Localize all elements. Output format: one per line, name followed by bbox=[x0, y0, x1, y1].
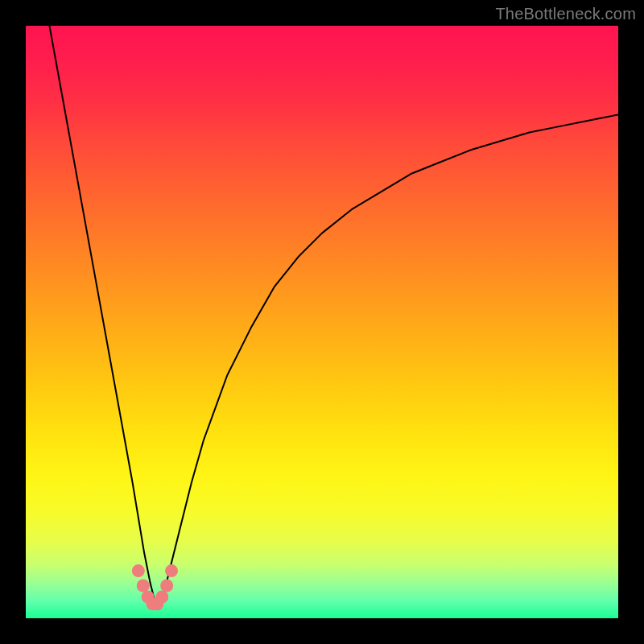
highlight-dot bbox=[160, 580, 173, 592]
watermark-text: TheBottleneck.com bbox=[495, 5, 636, 23]
highlight-dot bbox=[137, 580, 150, 592]
plot-area bbox=[26, 26, 618, 618]
highlight-dot bbox=[132, 564, 145, 577]
highlight-dot bbox=[155, 591, 168, 604]
bottleneck-curve bbox=[49, 26, 618, 606]
curve-layer bbox=[26, 26, 618, 618]
chart-frame: TheBottleneck.com bbox=[0, 0, 644, 644]
highlight-dot bbox=[165, 564, 178, 577]
near-minimum-dots bbox=[132, 564, 178, 610]
